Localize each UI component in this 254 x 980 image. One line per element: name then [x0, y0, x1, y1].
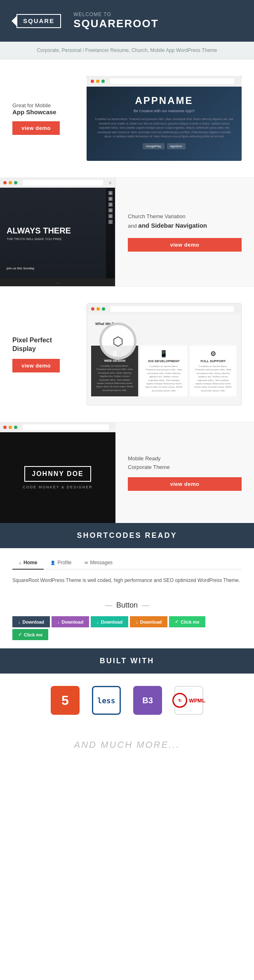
dot-green-pixel: [102, 307, 105, 311]
click-btn-green-alt[interactable]: Click me: [12, 629, 48, 640]
app-browser-mock: APPNAME Be Creative with our Awesome App…: [87, 76, 242, 161]
shortcodes-title: SHORTCODES READY: [8, 531, 246, 540]
app-showcase-section: Great for Mobile App Showcase view demo …: [0, 59, 254, 177]
tabs-nav: ⌂ Home 👤 Profile ✉ Messages: [12, 556, 242, 570]
logo-wpml: ↻ WPML: [174, 686, 203, 715]
pixel-text-block: Pixel Perfect Display view demo: [12, 336, 78, 373]
dot-green-church: [14, 181, 17, 184]
header-tagline: Corporate, Personal / Freelancer Resume,…: [0, 42, 254, 59]
logo-html5: 5: [51, 686, 80, 715]
corporate-text-block: Mobile Ready Corporate Theme view demo: [115, 422, 254, 523]
dot-yellow-corp: [9, 426, 12, 429]
pixel-service-support-icon: ⚙: [194, 350, 233, 358]
click-label-1: Click me: [181, 620, 199, 624]
dot-red-church: [3, 181, 7, 184]
church-sub: THE TRUTH WILL MAKE YOU FREE: [7, 237, 71, 241]
app-text-block: Great for Mobile App Showcase view demo: [12, 102, 78, 135]
browser-top-bar: [87, 76, 242, 87]
click-btn-green[interactable]: Click me: [169, 616, 205, 627]
corporate-content: JOHNNY DOE CODE MONKEY & DESIGNER: [0, 432, 115, 523]
church-label2: and and Sidebar Navigation: [128, 223, 207, 229]
html5-icon: 5: [61, 693, 69, 708]
download-icon-2: [57, 620, 60, 624]
corporate-view-demo-button[interactable]: view demo: [128, 477, 242, 491]
corporate-label1: Mobile Ready: [128, 455, 161, 462]
church-scroll-indicator: ⌄: [0, 278, 115, 286]
sidebar-icon-4[interactable]: ✉: [108, 208, 113, 212]
shortcodes-header: SHORTCODES READY: [0, 523, 254, 548]
corp-browser-bar: [0, 422, 115, 432]
url-bar-church: [23, 180, 103, 186]
header-welcome: WELCOME TO: [73, 12, 158, 17]
church-browser-mock: ✕ ALWAYS THERE THE TRUTH WILL MAKE YOU F…: [0, 178, 115, 286]
sidebar-icon-1[interactable]: ⊞: [108, 191, 113, 195]
logo-text: SQUARE: [23, 17, 54, 24]
less-inner: less: [93, 687, 120, 714]
church-label1: Church Theme Variation: [128, 213, 186, 219]
buttons-row: Download Download Download Download Clic…: [12, 616, 242, 640]
download-btn-orange[interactable]: Download: [130, 616, 167, 627]
download-btn-dark[interactable]: Download: [12, 616, 50, 627]
app-store-button[interactable]: AppStore: [167, 143, 186, 149]
pixel-service-ios-text: Curabitur ac lacinia libero. Praesent se…: [144, 365, 183, 392]
built-with-logos: 5 less B3 ↻ WPML: [0, 674, 254, 727]
tab-content-text: SquareRoot WordPress Theme is well coded…: [12, 576, 242, 584]
and-more-section: AND MUCH MORE...: [0, 727, 254, 763]
download-label-2: Download: [62, 620, 84, 624]
app-body-text: Curabitur ac lacinia libero. Praesent se…: [95, 117, 233, 139]
check-icon-1: [175, 619, 179, 624]
sidebar-icon-2[interactable]: ✤: [108, 197, 113, 201]
header: SQUARE WELCOME TO SQUAREROOT: [0, 0, 254, 42]
dot-green-corp: [14, 426, 17, 429]
corp-name-box: JOHNNY DOE: [24, 466, 91, 482]
built-with-header: BUILT WITH: [0, 648, 254, 674]
corporate-section: JOHNNY DOE CODE MONKEY & DESIGNER Mobile…: [0, 422, 254, 523]
check-icon-2: [18, 632, 22, 637]
dot-red: [91, 80, 94, 83]
pixel-section: Pixel Perfect Display view demo What We …: [0, 287, 254, 422]
tab-profile[interactable]: 👤 Profile: [44, 556, 78, 570]
header-title-block: WELCOME TO SQUAREROOT: [73, 12, 158, 30]
dot-red-corp: [3, 426, 7, 429]
church-view-demo-button[interactable]: view demo: [128, 238, 242, 252]
church-headline: ALWAYS THERE: [7, 226, 71, 236]
logo: SQUARE: [16, 14, 61, 28]
url-bar-corp: [23, 424, 109, 430]
app-tagline: Be Creative with our Awesome App!!!: [95, 109, 233, 113]
dot-green: [101, 80, 105, 83]
pixel-service-ios-title: IOS DEVELOPMENT: [144, 359, 183, 363]
download-icon-4: [136, 620, 138, 624]
app-content: APPNAME Be Creative with our Awesome App…: [87, 87, 242, 161]
church-browser-bar: ✕: [0, 178, 115, 188]
app-view-demo-button[interactable]: view demo: [12, 121, 60, 135]
wpml-text: WPML: [189, 697, 205, 704]
click-label-2: Click me: [24, 632, 42, 637]
pixel-view-demo-button[interactable]: view demo: [12, 359, 60, 372]
google-play-button[interactable]: GooglePlay: [143, 143, 164, 149]
corporate-browser: JOHNNY DOE CODE MONKEY & DESIGNER: [0, 422, 115, 523]
url-bar: [110, 78, 234, 84]
tab-home[interactable]: ⌂ Home: [12, 556, 44, 570]
messages-icon: ✉: [85, 561, 88, 565]
sidebar-icon-5[interactable]: ⚙: [108, 214, 113, 218]
tab-messages[interactable]: ✉ Messages: [78, 556, 119, 570]
dot-yellow-pixel: [96, 307, 100, 311]
download-label-4: Download: [140, 620, 162, 624]
home-icon: ⌂: [19, 561, 21, 565]
pixel-service-webdesign-text: Curabitur ac lacinia libero. Praesent se…: [95, 364, 134, 392]
pixel-service-ios-icon: 📱: [144, 350, 183, 358]
download-btn-cyan[interactable]: Download: [91, 616, 128, 627]
pixel-service-support-title: FULL SUPPORT: [194, 359, 233, 363]
pixel-title: Pixel Perfect Display: [12, 336, 78, 353]
tabs-section: ⌂ Home 👤 Profile ✉ Messages SquareRoot W…: [0, 548, 254, 593]
logo-square: SQUARE: [16, 14, 61, 28]
built-with-title: BUILT WITH: [8, 657, 246, 665]
dot-red-pixel: [91, 307, 94, 311]
sidebar-icon-3[interactable]: ☰: [108, 203, 113, 207]
tab-profile-label: Profile: [57, 560, 71, 565]
church-section: ✕ ALWAYS THERE THE TRUTH WILL MAKE YOU F…: [0, 178, 254, 286]
church-text-block: Church Theme Variation and and Sidebar N…: [115, 178, 254, 286]
sidebar-icon-6[interactable]: ↕: [108, 220, 113, 224]
dot-yellow-church: [9, 181, 12, 184]
download-btn-purple[interactable]: Download: [52, 616, 89, 627]
